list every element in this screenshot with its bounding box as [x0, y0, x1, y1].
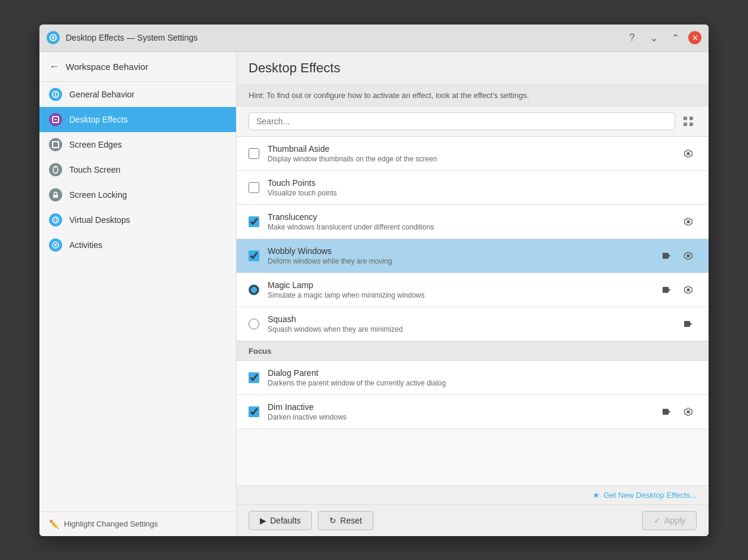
svg-rect-24 [663, 409, 669, 415]
minimize-button[interactable]: ⌄ [645, 29, 662, 46]
svg-marker-23 [690, 323, 692, 325]
magic-lamp-name: Magic Lamp [268, 280, 650, 290]
svg-point-8 [55, 167, 56, 168]
sidebar-item-activities[interactable]: Activities [39, 232, 236, 258]
sidebar-item-general-behavior[interactable]: General Behavior [39, 82, 236, 107]
effect-wobbly-windows: Wobbly Windows Deform windows while they… [237, 239, 709, 273]
wobbly-windows-actions [658, 249, 697, 262]
get-new-row: ★ Get New Desktop Effects... [237, 486, 709, 505]
footer-actions: ▶ Defaults ↻ Reset ✓ Apply [237, 505, 709, 536]
svg-marker-21 [669, 289, 671, 291]
squash-name: Squash [268, 314, 672, 324]
help-button[interactable]: ? [624, 29, 640, 46]
magic-lamp-radio[interactable] [249, 284, 259, 295]
grid-view-icon[interactable] [680, 113, 697, 130]
close-button[interactable]: ✕ [688, 31, 701, 44]
sidebar-item-screen-locking-label: Screen Locking [69, 190, 127, 200]
touch-screen-icon [49, 163, 62, 176]
thumbnail-aside-actions [680, 147, 697, 160]
squash-radio[interactable] [249, 319, 259, 329]
sidebar-item-screen-edges[interactable]: Screen Edges [39, 132, 236, 157]
dialog-parent-checkbox[interactable] [249, 372, 259, 383]
magic-lamp-video-button[interactable] [658, 283, 675, 296]
translucency-settings-button[interactable] [680, 215, 697, 228]
squash-video-button[interactable] [680, 317, 697, 331]
magic-lamp-settings-button[interactable] [680, 283, 697, 296]
maximize-button[interactable]: ⌃ [667, 29, 683, 46]
thumbnail-aside-info: Thumbnail Aside Display window thumbnail… [268, 144, 672, 163]
svg-point-1 [52, 36, 54, 39]
sidebar: ← Workspace Behavior General Behavior De… [39, 52, 237, 536]
effects-list: Thumbnail Aside Display window thumbnail… [237, 137, 709, 485]
highlight-label: Highlight Changed Settings [64, 519, 158, 528]
effect-dialog-parent: Dialog Parent Darkens the parent window … [237, 361, 709, 395]
defaults-button[interactable]: ▶ Defaults [249, 511, 312, 530]
effect-dim-inactive: Dim Inactive Darken inactive windows [237, 395, 709, 429]
squash-actions [680, 317, 697, 331]
get-new-label: Get New Desktop Effects... [603, 491, 697, 500]
main-header: Desktop Effects [237, 52, 709, 85]
wobbly-windows-info: Wobbly Windows Deform windows while they… [268, 246, 650, 265]
sidebar-item-touch-screen-label: Touch Screen [69, 165, 121, 175]
effect-translucency: Translucency Make windows translucent un… [237, 205, 709, 239]
titlebar: Desktop Effects — System Settings ? ⌄ ⌃ … [39, 25, 709, 52]
hint-bar: Hint: To find out or configure how to ac… [237, 85, 709, 106]
dim-inactive-name: Dim Inactive [268, 402, 650, 412]
sidebar-item-touch-screen[interactable]: Touch Screen [39, 157, 236, 182]
wobbly-windows-name: Wobbly Windows [268, 246, 650, 256]
reset-button[interactable]: ↻ Reset [318, 511, 373, 530]
sidebar-item-desktop-effects-label: Desktop Effects [69, 115, 128, 124]
thumbnail-aside-desc: Display window thumbnails on the edge of… [268, 155, 672, 163]
highlight-settings-button[interactable]: ✏️ Highlight Changed Settings [39, 512, 236, 536]
svg-rect-15 [689, 117, 693, 120]
touch-points-checkbox[interactable] [249, 182, 259, 193]
magic-lamp-info: Magic Lamp Simulate a magic lamp when mi… [268, 280, 650, 299]
sidebar-item-activities-label: Activities [69, 240, 102, 250]
translucency-info: Translucency Make windows translucent un… [268, 212, 672, 231]
squash-desc: Squash windows when they are minimized [268, 325, 672, 333]
apply-button[interactable]: ✓ Apply [642, 511, 697, 530]
effect-touch-points: Touch Points Visualize touch points [237, 171, 709, 205]
wobbly-windows-video-button[interactable] [658, 249, 675, 262]
sidebar-nav: General Behavior Desktop Effects Screen … [39, 82, 236, 512]
svg-rect-22 [684, 321, 690, 327]
back-button[interactable]: ← Workspace Behavior [39, 52, 236, 82]
search-bar [237, 106, 709, 137]
svg-marker-19 [669, 255, 671, 257]
translucency-name: Translucency [268, 212, 672, 222]
dim-inactive-settings-button[interactable] [680, 405, 697, 418]
sidebar-item-general-behavior-label: General Behavior [69, 90, 134, 99]
sidebar-item-desktop-effects[interactable]: Desktop Effects [39, 107, 236, 132]
dim-inactive-video-button[interactable] [658, 405, 675, 418]
svg-rect-14 [683, 117, 687, 120]
activities-icon [49, 238, 62, 252]
svg-point-13 [54, 244, 57, 246]
window-title: Desktop Effects — System Settings [66, 33, 624, 42]
wobbly-windows-checkbox[interactable] [249, 250, 259, 261]
sidebar-back-label: Workspace Behavior [66, 62, 148, 72]
translucency-checkbox[interactable] [249, 216, 259, 227]
focus-section-label: Focus [249, 347, 271, 356]
main-panel: Desktop Effects Hint: To find out or con… [237, 52, 709, 536]
virtual-desktops-icon [49, 213, 62, 227]
translucency-actions [680, 215, 697, 228]
focus-section-header: Focus [237, 341, 709, 361]
dim-inactive-desc: Darken inactive windows [268, 413, 650, 421]
search-input[interactable] [249, 112, 675, 130]
screen-edges-icon [49, 138, 62, 151]
sidebar-item-screen-edges-label: Screen Edges [69, 140, 122, 149]
dim-inactive-checkbox[interactable] [249, 406, 259, 417]
main-window: Desktop Effects — System Settings ? ⌄ ⌃ … [39, 25, 709, 536]
thumbnail-aside-checkbox[interactable] [249, 148, 259, 159]
sidebar-item-virtual-desktops[interactable]: Virtual Desktops [39, 207, 236, 232]
svg-marker-25 [669, 411, 671, 413]
thumbnail-aside-settings-button[interactable] [680, 147, 697, 160]
highlight-icon: ✏️ [49, 519, 59, 529]
svg-rect-17 [689, 123, 693, 126]
sidebar-item-screen-locking[interactable]: Screen Locking [39, 182, 236, 207]
wobbly-windows-settings-button[interactable] [680, 249, 697, 262]
window-controls: ? ⌄ ⌃ ✕ [624, 29, 701, 46]
touch-points-info: Touch Points Visualize touch points [268, 178, 688, 197]
effect-magic-lamp: Magic Lamp Simulate a magic lamp when mi… [237, 273, 709, 307]
get-new-effects-button[interactable]: ★ Get New Desktop Effects... [593, 491, 697, 500]
